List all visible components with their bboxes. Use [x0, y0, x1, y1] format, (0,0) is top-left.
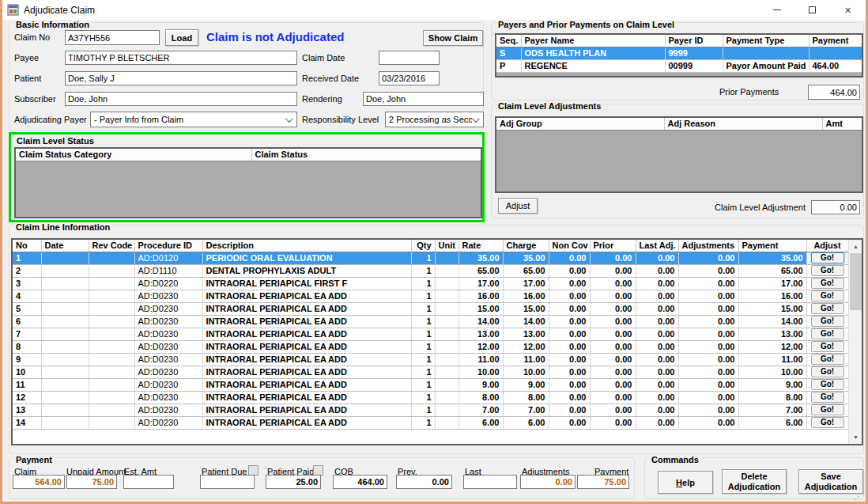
last-input[interactable] — [463, 475, 517, 489]
est-amt-input[interactable] — [123, 475, 174, 489]
cell-last-adj: 0.00 — [636, 264, 678, 277]
table-row[interactable]: 11AD:D0230INTRAORAL PERIAPICAL EA ADD19.… — [13, 378, 848, 391]
unpaid-amount-input[interactable] — [66, 475, 117, 489]
column-header-procedure-id[interactable]: Procedure ID — [134, 240, 202, 252]
column-header-prior[interactable]: Prior — [590, 240, 636, 252]
go-button[interactable]: Go! — [811, 252, 844, 263]
table-row[interactable]: SODS HEALTH PLAN9999 — [496, 47, 862, 59]
scrollbar-thumb[interactable] — [850, 253, 862, 310]
minimize-button[interactable] — [759, 0, 794, 20]
table-row[interactable]: 3AD:D0220INTRAORAL PERIAPICAL FIRST F117… — [13, 277, 848, 290]
payment-amount-input[interactable] — [577, 475, 629, 489]
table-row[interactable]: 12AD:D0230INTRAORAL PERIAPICAL EA ADD18.… — [13, 391, 848, 404]
chevron-down-icon — [472, 115, 480, 123]
go-button[interactable]: Go! — [811, 366, 844, 377]
column-header-payer-id[interactable]: Payer ID — [665, 35, 723, 47]
column-header-no[interactable]: No — [13, 240, 41, 252]
go-button[interactable]: Go! — [811, 303, 844, 314]
titlebar: Adjudicate Claim × — [2, 0, 866, 20]
column-header-amt[interactable]: Amt — [822, 118, 862, 130]
table-row[interactable]: 9AD:D0230INTRAORAL PERIAPICAL EA ADD111.… — [13, 353, 848, 366]
adjustments-input[interactable] — [520, 475, 576, 489]
column-header-date[interactable]: Date — [41, 240, 89, 252]
column-header-rev-code[interactable]: Rev Code — [89, 240, 134, 252]
received-date-input[interactable] — [379, 71, 440, 85]
column-header-payment[interactable]: Payment — [738, 240, 806, 252]
table-row[interactable]: 1AD:D0120PERIODIC ORAL EVALUATION135.003… — [13, 252, 848, 264]
go-button[interactable]: Go! — [811, 392, 844, 403]
show-claim-button[interactable]: Show Claim — [423, 30, 483, 46]
patient-due-input[interactable] — [200, 475, 255, 489]
claim-level-adjustment-input[interactable] — [811, 200, 860, 214]
column-header-payment[interactable]: Payment — [809, 35, 862, 47]
cell-procedure-id: AD:D1110 — [134, 264, 202, 277]
column-header-last-adj[interactable]: Last Adj. — [636, 240, 678, 252]
cell-rev-code — [89, 277, 134, 290]
save-adjudication-button[interactable]: Save Adjudication — [798, 469, 863, 494]
column-header-payment-type[interactable]: Payment Type — [723, 35, 809, 47]
scroll-down-icon[interactable]: ▼ — [849, 430, 862, 444]
maximize-button[interactable] — [794, 0, 830, 20]
go-button[interactable]: Go! — [811, 379, 844, 390]
claim-no-input[interactable] — [65, 30, 160, 45]
go-button[interactable]: Go! — [811, 341, 844, 352]
go-button[interactable]: Go! — [811, 404, 844, 415]
column-header-seq[interactable]: Seq. — [496, 35, 521, 47]
help-button[interactable]: Help — [658, 471, 713, 494]
cell-description: INTRAORAL PERIAPICAL EA ADD — [202, 340, 411, 353]
go-button[interactable]: Go! — [811, 290, 844, 301]
load-button[interactable]: Load — [165, 29, 198, 46]
table-row[interactable]: 5AD:D0230INTRAORAL PERIAPICAL EA ADD115.… — [13, 302, 848, 315]
patient-input[interactable] — [65, 71, 297, 85]
table-row[interactable]: 2AD:D1110DENTAL PROPHYLAXIS ADULT165.006… — [13, 264, 848, 277]
go-button[interactable]: Go! — [811, 265, 844, 276]
claim-date-input[interactable] — [379, 51, 440, 65]
table-row[interactable]: 7AD:D0230INTRAORAL PERIAPICAL EA ADD113.… — [13, 328, 848, 340]
cell-adjust: Go! — [806, 290, 848, 302]
cell-last-adj: 0.00 — [636, 252, 678, 264]
close-button[interactable]: × — [830, 0, 866, 20]
subscriber-input[interactable] — [65, 92, 297, 106]
prior-payments-input[interactable] — [808, 85, 860, 100]
rendering-input[interactable] — [363, 92, 484, 106]
column-header-rate[interactable]: Rate — [459, 240, 503, 252]
table-row[interactable]: 6AD:D0230INTRAORAL PERIAPICAL EA ADD114.… — [13, 315, 848, 328]
resize-grip-icon[interactable]: ⋰ — [854, 492, 862, 500]
adjudicating-payer-select[interactable]: - Payer Info from Claim — [90, 112, 297, 127]
go-button[interactable]: Go! — [811, 278, 844, 289]
column-header-claim-status[interactable]: Claim Status — [251, 149, 481, 161]
vertical-scrollbar[interactable]: ▲ ▼ — [848, 240, 862, 444]
column-header-adjustments[interactable]: Adjustments — [678, 240, 738, 252]
column-header-adj-reason[interactable]: Adj Reason — [664, 118, 822, 130]
go-button[interactable]: Go! — [811, 328, 844, 339]
table-row[interactable]: 8AD:D0230INTRAORAL PERIAPICAL EA ADD112.… — [13, 340, 848, 353]
table-row[interactable]: 13AD:D0230INTRAORAL PERIAPICAL EA ADD17.… — [13, 404, 848, 416]
go-button[interactable]: Go! — [811, 316, 844, 327]
column-header-claim-status-category[interactable]: Claim Status Category — [16, 149, 251, 161]
column-header-non-cov[interactable]: Non Cov — [549, 240, 590, 252]
column-header-description[interactable]: Description — [202, 240, 411, 252]
cell-rev-code — [89, 391, 134, 404]
column-header-unit[interactable]: Unit — [435, 240, 459, 252]
payee-input[interactable] — [65, 51, 297, 65]
table-row[interactable]: 14AD:D0230INTRAORAL PERIAPICAL EA ADD16.… — [13, 416, 848, 429]
delete-adjudication-button[interactable]: Delete Adjudication — [722, 469, 787, 494]
column-header-adj-group[interactable]: Adj Group — [496, 118, 664, 130]
column-header-qty[interactable]: Qty — [411, 240, 435, 252]
column-header-adjust[interactable]: Adjust — [806, 240, 848, 252]
prev-input[interactable] — [396, 475, 452, 489]
claim-total-input[interactable] — [13, 475, 65, 489]
scroll-up-icon[interactable]: ▲ — [849, 240, 862, 253]
table-row[interactable]: 10AD:D0230INTRAORAL PERIAPICAL EA ADD110… — [13, 366, 848, 378]
column-header-charge[interactable]: Charge — [503, 240, 549, 252]
patient-paid-input[interactable] — [266, 475, 321, 489]
go-button[interactable]: Go! — [811, 417, 844, 428]
adjust-button[interactable]: Adjust — [498, 198, 538, 214]
go-button[interactable]: Go! — [811, 354, 844, 365]
responsibility-level-select[interactable]: 2 Processing as Second — [385, 112, 484, 127]
table-row[interactable]: 4AD:D0230INTRAORAL PERIAPICAL EA ADD116.… — [13, 290, 848, 302]
column-header-payer-name[interactable]: Payer Name — [521, 35, 665, 47]
table-row[interactable]: PREGENCE00999Payor Amount Paid464.00 — [496, 59, 862, 72]
cob-input[interactable] — [333, 475, 387, 489]
cell-adjust: Go! — [806, 315, 848, 328]
